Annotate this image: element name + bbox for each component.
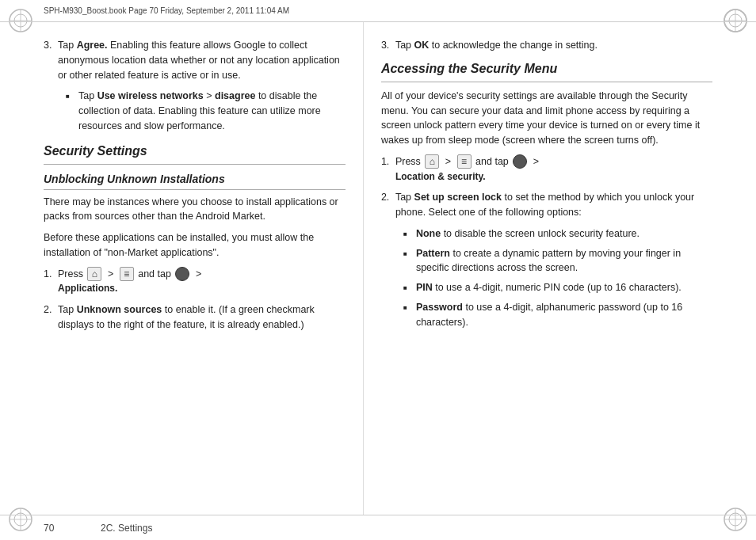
left-step-1-text: Press > and tap > Applications. [58,267,203,297]
unblocking-subheading: Unblocking Unknown Installations [44,171,346,190]
bottom-bar: 70 2C. Settings [0,515,756,540]
page-number: 70 [44,523,54,534]
accessing-divider [381,82,712,82]
bullet-marker-wireless: ■ [66,92,75,133]
wireless-bullet: ■ Tap Use wireless networks > disagree t… [58,89,346,133]
section-label: 2C. Settings [101,523,152,534]
right-step-3: 3. Tap OK to acknowledge the change in s… [381,38,712,53]
bullet-marker-pattern: ■ [403,249,413,276]
bullet-pattern-text: Pattern to create a dynamic pattern by m… [416,246,712,276]
menu-icon-left [120,267,134,281]
left-column: 3. Tap Agree. Enabling this feature allo… [0,22,363,515]
unblocking-para2: Before these applications can be install… [44,230,346,260]
gt-right-2: > [533,156,539,167]
topbar-text: SPH-M930_Boost.book Page 70 Friday, Sept… [44,6,289,15]
bullet-pin-text: PIN to use a 4-digit, numeric PIN code (… [416,280,682,295]
accessing-para1: All of your device's security settings a… [381,89,712,148]
and-tap-right: and tap [475,156,511,167]
ok-bold: OK [414,40,430,51]
gt-right-1: > [445,156,451,167]
security-settings-heading: Security Settings [44,142,346,161]
bullet-marker-none: ■ [403,230,413,241]
bullet-marker-password: ■ [403,303,413,330]
menu-icon-right [457,154,472,169]
bullet-pin: ■ PIN to use a 4-digit, numeric PIN code… [395,280,712,295]
home-icon-left [87,267,101,281]
set-up-screen-lock-bold: Set up screen lock [414,192,502,203]
security-divider [44,164,346,165]
right-step-1-num: 1. [381,154,395,184]
left-step-2: 2. Tap Unknown sources to enable it. (If… [44,302,346,333]
right-step-1-text: Press > and tap > Location & security. [395,154,540,184]
top-bar: SPH-M930_Boost.book Page 70 Friday, Sept… [0,0,756,22]
right-step-2-text: Tap Set up screen lock to set the method… [395,190,712,220]
left-item-3-num: 3. [44,38,58,82]
bullet-password: ■ Password to use a 4-digit, alphanumeri… [395,300,712,330]
unknown-sources-bold: Unknown sources [77,304,162,315]
home-icon-right [425,154,439,169]
bottom-bar-spacer [67,523,88,534]
circle-icon-left [175,267,189,281]
content-area: 3. Tap Agree. Enabling this feature allo… [0,22,756,515]
bullet-none: ■ None to disable the screen unlock secu… [395,226,712,241]
location-security-text: Location & security. [395,171,486,182]
bullet-pattern: ■ Pattern to create a dynamic pattern by… [395,246,712,276]
applications-text: Applications. [58,283,117,294]
accessing-security-heading: Accessing the Security Menu [381,59,712,78]
right-step-2-num: 2. [381,190,395,220]
gt-left-1: > [108,268,113,280]
left-step-2-text: Tap Unknown sources to enable it. (If a … [58,302,346,333]
pin-bold: PIN [416,282,433,293]
right-step-2: 2. Tap Set up screen lock to set the met… [381,190,712,220]
left-step-2-num: 2. [44,302,58,333]
and-tap-left: and tap [138,268,174,280]
gt-left-2: > [196,268,201,280]
left-step-1: 1. Press > and tap > Applications. [44,267,346,297]
circle-icon-right [513,154,527,169]
unblocking-para1: There may be instances where you choose … [44,195,346,225]
press-text-left: Press [58,268,83,280]
page-container: SPH-M930_Boost.book Page 70 Friday, Sept… [0,0,756,540]
right-step-3-text: Tap OK to acknowledge the change in sett… [395,38,598,53]
press-text-right: Press [395,156,421,167]
bullet-none-text: None to disable the screen unlock securi… [416,226,640,241]
wireless-bullet-text: Tap Use wireless networks > disagree to … [78,89,346,133]
wireless-networks-bold: Use wireless networks [97,90,204,101]
left-item-3-text: Tap Agree. Enabling this feature allows … [58,38,346,82]
agree-bold: Agree. [77,40,108,51]
left-step-1-num: 1. [44,267,58,297]
password-bold: Password [416,302,463,313]
left-item-3: 3. Tap Agree. Enabling this feature allo… [44,38,346,82]
none-bold: None [416,228,441,239]
pattern-bold: Pattern [416,248,450,259]
right-step-1: 1. Press > and tap > Location & security… [381,154,712,184]
right-step-3-num: 3. [381,38,395,53]
bullet-password-text: Password to use a 4-digit, alphanumeric … [416,300,712,330]
disagree-bold: disagree [215,90,255,101]
bullet-marker-pin: ■ [403,283,413,295]
right-column: 3. Tap OK to acknowledge the change in s… [363,22,756,515]
